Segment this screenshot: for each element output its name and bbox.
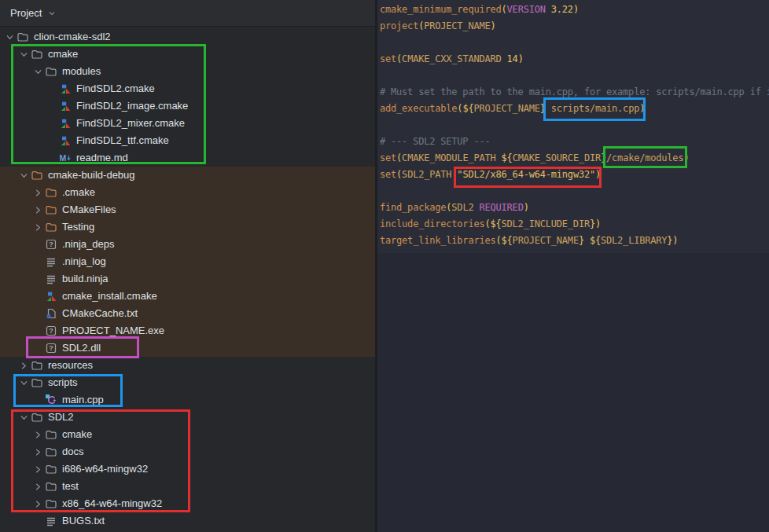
chevron-right-icon[interactable]	[31, 463, 45, 475]
chevron-down-icon[interactable]	[31, 65, 45, 78]
code-editor[interactable]: cmake_minimum_required(VERSION 3.22)proj…	[377, 0, 769, 532]
tree-item-label: Testing	[62, 218, 94, 236]
tree-item-findsdl2-mixer-cmake[interactable]: FindSDL2_mixer.cmake	[0, 115, 375, 132]
tree-item-label: scripts	[48, 374, 78, 391]
tree-item-clion-cmake-sdl2[interactable]: clion-cmake-sdl2	[0, 28, 375, 46]
tree-indent-spacer	[31, 307, 45, 320]
tree-item-i686-w64-mingw32[interactable]: i686-w64-mingw32	[0, 460, 375, 478]
tree-indent-spacer	[46, 100, 59, 112]
tree-item-x86-64-w64-mingw32[interactable]: x86_64-w64-mingw32	[0, 495, 375, 512]
folder-icon	[45, 204, 57, 216]
code-line	[380, 68, 769, 84]
tree-item-label: i686-w64-mingw32	[62, 460, 148, 478]
tree-item-cmakefiles[interactable]: CMakeFiles	[0, 201, 375, 218]
tree-item--ninja-log[interactable]: .ninja_log	[0, 253, 375, 270]
chevron-right-icon[interactable]	[31, 497, 45, 510]
chevron-right-icon[interactable]	[17, 359, 31, 372]
code-line: # Must set the path to the main.cpp, for…	[380, 84, 769, 101]
tree-item-sdl2-dll[interactable]: ?SDL2.dll	[0, 339, 375, 357]
cmake-icon	[45, 290, 57, 303]
tree-item-scripts[interactable]: scripts	[0, 374, 375, 391]
folder-icon	[31, 48, 43, 61]
chevron-right-icon[interactable]	[31, 480, 45, 493]
chevron-down-icon[interactable]	[47, 9, 57, 18]
tree-item-label: modules	[62, 63, 101, 80]
tree-item-testing[interactable]: Testing	[0, 218, 375, 236]
tree-item-sdl2[interactable]: SDL2	[0, 409, 375, 426]
tree-indent-spacer	[46, 117, 59, 130]
folder-icon	[45, 480, 57, 493]
tree-item-main-cpp[interactable]: main.cpp	[0, 391, 375, 409]
folder-icon	[31, 169, 43, 182]
chevron-down-icon[interactable]	[17, 376, 31, 389]
cmake-icon	[59, 134, 72, 147]
tree-indent-spacer	[31, 394, 45, 406]
code-line: include_directories(${SDL2_INCLUDE_DIR})	[380, 216, 769, 233]
code-line	[380, 35, 769, 51]
chevron-down-icon[interactable]	[17, 169, 31, 182]
code-line	[380, 117, 769, 134]
tree-item-findsdl2-cmake[interactable]: FindSDL2.cmake	[0, 80, 375, 97]
tree-item-label: docs	[62, 443, 83, 460]
tree-item-findsdl2-image-cmake[interactable]: FindSDL2_image.cmake	[0, 97, 375, 115]
tree-item-readme-md[interactable]: Mreadme.md	[0, 149, 375, 167]
chevron-right-icon[interactable]	[31, 186, 45, 199]
project-header-title[interactable]: Project	[10, 7, 42, 19]
chevron-down-icon[interactable]	[17, 48, 31, 61]
tree-indent-spacer	[46, 134, 59, 147]
code-area[interactable]: cmake_minimum_required(VERSION 3.22)proj…	[377, 0, 769, 253]
tree-item-bugs-txt[interactable]: BUGS.txt	[0, 512, 375, 530]
tree-item-label: build.ninja	[62, 270, 109, 288]
tree-item--cmake[interactable]: .cmake	[0, 184, 375, 201]
tree-item-cmake[interactable]: cmake	[0, 46, 375, 63]
folder-icon	[45, 428, 57, 441]
tree-item-label: x86_64-w64-mingw32	[62, 495, 162, 512]
cache-icon	[45, 307, 57, 320]
tree-item-test[interactable]: test	[0, 478, 375, 495]
tree-indent-spacer	[31, 273, 45, 285]
folder-icon	[45, 497, 57, 510]
tree-item-label: CMakeCache.txt	[62, 305, 138, 322]
text-icon	[45, 273, 57, 285]
tree-item--ninja-deps[interactable]: ?.ninja_deps	[0, 236, 375, 253]
chevron-right-icon[interactable]	[31, 446, 45, 458]
cmake-icon	[59, 117, 72, 130]
svg-text:?: ?	[49, 327, 53, 335]
tree-indent-spacer	[31, 325, 45, 337]
folder-icon	[31, 376, 43, 389]
code-line: set(CMAKE_CXX_STANDARD 14)	[380, 51, 769, 68]
chevron-right-icon[interactable]	[31, 221, 45, 233]
md-icon: M	[59, 152, 72, 164]
tree-item-build-ninja[interactable]: build.ninja	[0, 270, 375, 288]
tree-item-project-name-exe[interactable]: ?PROJECT_NAME.exe	[0, 322, 375, 339]
tree-item-cmake-install-cmake[interactable]: cmake_install.cmake	[0, 288, 375, 305]
cpp-icon	[45, 394, 57, 406]
tree-item-cmake-build-debug[interactable]: cmake-build-debug	[0, 167, 375, 184]
folder-icon	[45, 65, 57, 78]
code-line: project(PROJECT_NAME)	[380, 18, 769, 35]
tree-item-label: FindSDL2_mixer.cmake	[76, 115, 185, 132]
tree-item-findsdl2-ttf-cmake[interactable]: FindSDL2_ttf.cmake	[0, 132, 375, 149]
chevron-down-icon[interactable]	[17, 411, 31, 424]
folder-icon	[17, 31, 29, 43]
tree-item-docs[interactable]: docs	[0, 443, 375, 460]
chevron-right-icon[interactable]	[31, 204, 45, 216]
project-header: Project	[0, 0, 375, 27]
folder-icon	[45, 463, 57, 475]
tree-item-label: cmake_install.cmake	[62, 288, 157, 305]
svg-text:M: M	[60, 153, 67, 163]
editor-empty-area[interactable]	[377, 253, 769, 532]
code-line: add_executable(${PROJECT_NAME} scripts/m…	[380, 101, 769, 117]
tree-item-label: clion-cmake-sdl2	[34, 28, 111, 46]
tree-item-label: main.cpp	[62, 391, 104, 409]
tree-item-cmake[interactable]: cmake	[0, 426, 375, 443]
chevron-right-icon[interactable]	[31, 428, 45, 441]
tree-item-label: FindSDL2.cmake	[76, 80, 155, 97]
tree-item-modules[interactable]: modules	[0, 63, 375, 80]
unknown-icon: ?	[45, 238, 57, 251]
chevron-down-icon[interactable]	[3, 31, 17, 43]
folder-icon	[31, 411, 43, 424]
tree-item-cmakecache-txt[interactable]: CMakeCache.txt	[0, 305, 375, 322]
tree-item-label: cmake	[48, 46, 78, 63]
tree-item-resources[interactable]: resources	[0, 357, 375, 374]
